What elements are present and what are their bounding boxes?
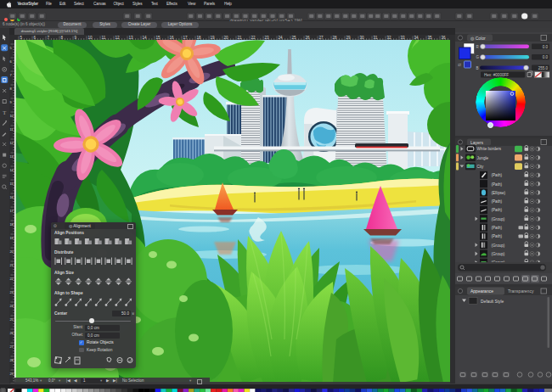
svg-text:G: G (476, 55, 480, 59)
svg-text:City: City (477, 165, 485, 169)
svg-text:24: 24 (279, 36, 284, 40)
svg-text:10: 10 (88, 36, 93, 40)
svg-text:11: 11 (102, 36, 106, 40)
svg-text:13: 13 (9, 154, 14, 159)
svg-text:19: 19 (9, 236, 14, 240)
svg-text:30: 30 (360, 36, 365, 40)
svg-text:17: 17 (183, 36, 189, 40)
svg-text:26: 26 (9, 331, 14, 335)
svg-text:23: 23 (265, 36, 270, 40)
svg-text:(Group): (Group) (492, 252, 505, 256)
svg-text:5: 5 (20, 36, 23, 40)
svg-text:7: 7 (48, 36, 50, 40)
svg-text:Appearance: Appearance (470, 288, 493, 294)
svg-text:(Path): (Path) (492, 199, 503, 204)
svg-text:8: 8 (9, 87, 12, 91)
svg-text:24: 24 (9, 304, 14, 308)
svg-text:8: 8 (61, 36, 64, 40)
svg-text:25: 25 (9, 317, 14, 322)
svg-text:22: 22 (9, 277, 14, 281)
svg-text:7: 7 (9, 73, 12, 77)
svg-text:6: 6 (34, 36, 37, 40)
svg-text:(Path): (Path) (492, 173, 503, 177)
svg-text:255.0: 255.0 (538, 66, 549, 70)
svg-text:B: B (476, 66, 479, 70)
svg-text:32: 32 (387, 36, 392, 40)
svg-text:35: 35 (428, 36, 433, 40)
svg-text:(Group): (Group) (492, 244, 505, 248)
svg-text:(Group): (Group) (492, 217, 505, 221)
svg-text:Default Style: Default Style (481, 300, 504, 304)
svg-text:29: 29 (346, 36, 352, 40)
svg-text:27: 27 (319, 36, 324, 40)
svg-text:10: 10 (9, 114, 14, 118)
svg-text:(Path): (Path) (492, 182, 503, 187)
svg-text:18: 18 (197, 36, 202, 40)
svg-text:14: 14 (143, 36, 148, 40)
svg-text:(Path): (Path) (492, 234, 503, 238)
svg-text:27: 27 (9, 344, 14, 349)
svg-text:26: 26 (306, 36, 311, 40)
svg-text:Hex: #0000FF: Hex: #0000FF (484, 73, 509, 77)
svg-text:33: 33 (401, 36, 406, 40)
svg-text:18: 18 (9, 222, 14, 227)
svg-text:29: 29 (9, 372, 14, 376)
svg-text:34: 34 (414, 36, 420, 40)
svg-text:21: 21 (9, 263, 14, 267)
svg-text:Jungle: Jungle (477, 156, 489, 160)
svg-text:25: 25 (292, 36, 297, 40)
svg-text:13: 13 (129, 36, 134, 40)
svg-text:9: 9 (75, 36, 77, 40)
svg-text:(Ellipse): (Ellipse) (492, 191, 506, 195)
svg-text:19: 19 (211, 36, 216, 40)
svg-text:0.0: 0.0 (543, 45, 549, 49)
svg-text:16: 16 (170, 36, 175, 40)
svg-text:21: 21 (238, 36, 243, 40)
svg-text:28: 28 (9, 358, 14, 362)
svg-text:5: 5 (9, 46, 12, 50)
svg-text:12: 12 (9, 141, 14, 145)
svg-text:20: 20 (224, 36, 229, 40)
svg-text:6: 6 (9, 59, 12, 64)
svg-text:22: 22 (251, 36, 256, 40)
svg-text:9: 9 (9, 100, 12, 104)
svg-text:White borders: White borders (477, 147, 502, 151)
svg-text:◎ Color: ◎ Color (470, 36, 486, 41)
svg-text:28: 28 (333, 36, 338, 40)
svg-text:36: 36 (442, 36, 447, 40)
svg-text:(Path): (Path) (492, 208, 503, 212)
svg-text:15: 15 (9, 182, 14, 186)
svg-text:⇄: ⇄ (458, 62, 461, 67)
svg-text:17: 17 (9, 209, 14, 213)
svg-text:12: 12 (115, 36, 121, 40)
svg-text:11: 11 (9, 127, 14, 132)
svg-text:16: 16 (9, 195, 14, 199)
svg-text:Transparency: Transparency (508, 288, 534, 294)
svg-text:23: 23 (9, 290, 14, 294)
svg-text:20: 20 (9, 249, 14, 254)
svg-text:0.0: 0.0 (543, 55, 549, 59)
svg-text:T: T (3, 109, 6, 115)
svg-text:15: 15 (156, 36, 161, 40)
svg-text:14: 14 (9, 168, 14, 172)
svg-text:(Path): (Path) (492, 226, 503, 230)
svg-text:31: 31 (374, 36, 379, 40)
svg-text:Layers: Layers (470, 140, 484, 145)
